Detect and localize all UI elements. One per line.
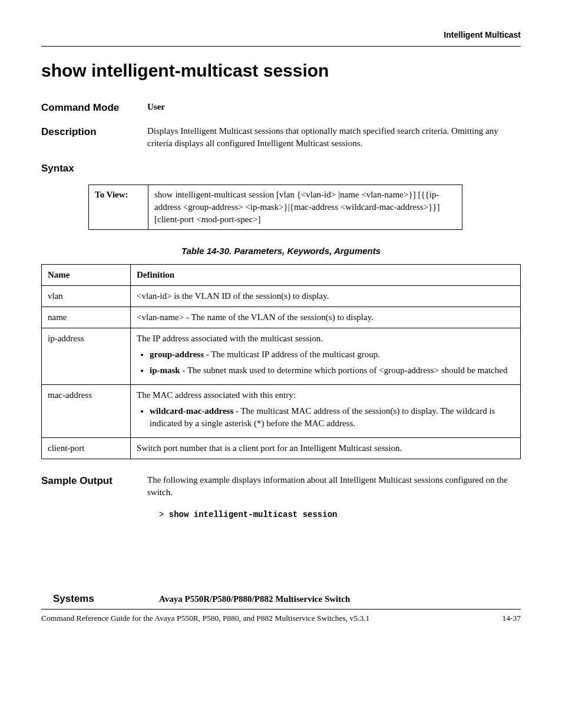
table-row: ip-address The IP address associated wit… [42, 328, 521, 385]
param-header-definition: Definition [131, 265, 521, 286]
table-row: client-port Switch port number that is a… [42, 438, 521, 459]
sample-command: show intelligent-multicast session [169, 510, 338, 519]
param-name: ip-address [42, 328, 131, 385]
description-label: Description [41, 125, 147, 139]
param-bullets: wildcard-mac-address - The multicast MAC… [137, 405, 514, 430]
bullet-text: - The multicast IP address of the multic… [204, 350, 380, 359]
systems-label: Systems [41, 592, 159, 606]
header-section: Intelligent Multicast [41, 29, 521, 41]
systems-value: Avaya P550R/P580/P880/P882 Multiservice … [159, 593, 521, 605]
sample-output-label: Sample Output [41, 474, 147, 488]
bullet-term: wildcard-mac-address [150, 406, 233, 416]
command-mode-value: User [147, 101, 521, 113]
syntax-table: To View: show intelligent-multicast sess… [88, 185, 462, 230]
list-item: group-address - The multicast IP address… [150, 348, 514, 361]
param-def-text: The IP address associated with the multi… [137, 334, 323, 343]
syntax-row-label: To View: [89, 185, 148, 230]
sample-output-row: Sample Output The following example disp… [41, 474, 521, 499]
sample-code: > show intelligent-multicast session [159, 509, 521, 521]
param-name: client-port [42, 438, 131, 459]
sample-output-value: The following example displays informati… [147, 474, 521, 499]
syntax-heading: Syntax [41, 162, 521, 176]
param-name: vlan [42, 286, 131, 307]
param-bullets: group-address - The multicast IP address… [137, 348, 514, 377]
param-definition: The MAC address associated with this ent… [131, 385, 521, 438]
param-table-header-row: Name Definition [42, 265, 521, 286]
syntax-row: To View: show intelligent-multicast sess… [89, 185, 462, 230]
bullet-term: group-address [150, 350, 204, 359]
param-name: name [42, 307, 131, 328]
header-rule [41, 46, 521, 47]
param-name: mac-address [42, 385, 131, 438]
systems-row: Systems Avaya P550R/P580/P880/P882 Multi… [41, 592, 521, 606]
syntax-row-value: show intelligent-multicast session [vlan… [148, 185, 462, 230]
table-row: vlan <vlan-id> is the VLAN ID of the ses… [42, 286, 521, 307]
param-header-name: Name [42, 265, 131, 286]
footer-left: Command Reference Guide for the Avaya P5… [41, 613, 369, 624]
table-row: name <vlan-name> - The name of the VLAN … [42, 307, 521, 328]
list-item: ip-mask - The subnet mask used to determ… [150, 364, 514, 377]
description-row: Description Displays Intelligent Multica… [41, 125, 521, 150]
page-title: show intelligent-multicast session [41, 58, 521, 83]
param-definition: The IP address associated with the multi… [131, 328, 521, 385]
param-table: Name Definition vlan <vlan-id> is the VL… [41, 264, 521, 459]
footer-rule [41, 609, 521, 610]
bullet-term: ip-mask [150, 365, 180, 375]
description-value: Displays Intelligent Multicast sessions … [147, 125, 521, 150]
list-item: wildcard-mac-address - The multicast MAC… [150, 405, 514, 430]
footer: Command Reference Guide for the Avaya P5… [41, 613, 521, 624]
param-definition: <vlan-id> is the VLAN ID of the session(… [131, 286, 521, 307]
param-def-text: The MAC address associated with this ent… [137, 390, 296, 400]
param-table-caption: Table 14-30. Parameters, Keywords, Argum… [41, 245, 521, 257]
table-row: mac-address The MAC address associated w… [42, 385, 521, 438]
command-mode-row: Command Mode User [41, 101, 521, 115]
command-mode-label: Command Mode [41, 101, 147, 115]
sample-prompt: > [159, 510, 169, 519]
param-definition: Switch port number that is a client port… [131, 438, 521, 459]
param-definition: <vlan-name> - The name of the VLAN of th… [131, 307, 521, 328]
footer-right: 14-37 [503, 613, 521, 624]
bullet-text: - The subnet mask used to determine whic… [180, 365, 508, 375]
